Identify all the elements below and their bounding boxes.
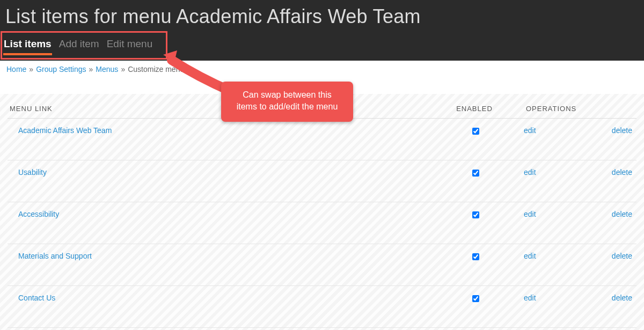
- table-row: Contact Useditdelete: [8, 286, 636, 328]
- operations-cell: editdelete: [524, 202, 636, 244]
- delete-link[interactable]: delete: [612, 210, 632, 218]
- operations-cell: editdelete: [524, 244, 636, 286]
- page-header: List items for menu Academic Affairs Web…: [0, 0, 644, 61]
- enabled-checkbox[interactable]: [472, 128, 479, 135]
- menu-link-cell: Usability: [8, 160, 427, 202]
- col-header-operations: OPERATIONS: [524, 94, 636, 119]
- table-row: Academic Affairs Web Teameditdelete: [8, 119, 636, 160]
- edit-link[interactable]: edit: [524, 252, 536, 260]
- enabled-cell: [427, 202, 524, 244]
- operations-cell: editdelete: [524, 160, 636, 202]
- breadcrumb-item: Customize menu: [128, 65, 184, 74]
- menu-item-link[interactable]: Materials and Support: [18, 252, 92, 260]
- tab-edit-menu[interactable]: Edit menu: [106, 36, 153, 55]
- col-header-enabled: ENABLED: [427, 94, 524, 119]
- breadcrumb: Home»Group Settings»Menus»Customize menu: [0, 61, 644, 78]
- breadcrumb-separator: »: [26, 65, 36, 74]
- enabled-cell: [427, 286, 524, 328]
- enabled-checkbox[interactable]: [472, 170, 479, 177]
- enabled-checkbox[interactable]: [472, 211, 479, 218]
- col-header-menu-link: MENU LINK: [8, 94, 427, 119]
- breadcrumb-separator: »: [118, 65, 128, 74]
- page-title: List items for menu Academic Affairs Web…: [5, 0, 644, 28]
- delete-link[interactable]: delete: [612, 126, 632, 135]
- tab-list-items[interactable]: List items: [3, 36, 52, 55]
- menu-link-cell: Materials and Support: [8, 244, 427, 286]
- menu-item-link[interactable]: Accessibility: [18, 210, 59, 218]
- menu-item-link[interactable]: Contact Us: [18, 294, 55, 302]
- menu-item-link[interactable]: Academic Affairs Web Team: [18, 126, 112, 135]
- tab-add-item[interactable]: Add item: [58, 36, 100, 55]
- menu-item-link[interactable]: Usability: [18, 168, 47, 177]
- enabled-cell: [427, 160, 524, 202]
- breadcrumb-item[interactable]: Menus: [96, 65, 118, 74]
- delete-link[interactable]: delete: [612, 294, 632, 302]
- enabled-checkbox[interactable]: [472, 295, 479, 302]
- enabled-cell: [427, 244, 524, 286]
- menu-link-cell: Contact Us: [8, 286, 427, 328]
- operations-cell: editdelete: [524, 286, 636, 328]
- breadcrumb-separator: »: [86, 65, 96, 74]
- tab-bar: List itemsAdd itemEdit menu: [3, 36, 153, 55]
- menu-link-cell: Accessibility: [8, 202, 427, 244]
- breadcrumb-item[interactable]: Home: [6, 65, 26, 74]
- table-row: Usabilityeditdelete: [8, 160, 636, 202]
- enabled-checkbox[interactable]: [472, 253, 479, 260]
- breadcrumb-item[interactable]: Group Settings: [36, 65, 86, 74]
- enabled-cell: [427, 119, 524, 160]
- edit-link[interactable]: edit: [524, 294, 536, 302]
- delete-link[interactable]: delete: [612, 168, 632, 177]
- delete-link[interactable]: delete: [612, 252, 632, 260]
- table-row: Accessibilityeditdelete: [8, 202, 636, 244]
- operations-cell: editdelete: [524, 119, 636, 160]
- edit-link[interactable]: edit: [524, 210, 536, 218]
- menu-items-table: MENU LINK ENABLED OPERATIONS Academic Af…: [8, 94, 636, 328]
- edit-link[interactable]: edit: [524, 126, 536, 135]
- menu-link-cell: Academic Affairs Web Team: [8, 119, 427, 160]
- table-row: Materials and Supporteditdelete: [8, 244, 636, 286]
- main-content: MENU LINK ENABLED OPERATIONS Academic Af…: [0, 94, 644, 330]
- edit-link[interactable]: edit: [524, 168, 536, 177]
